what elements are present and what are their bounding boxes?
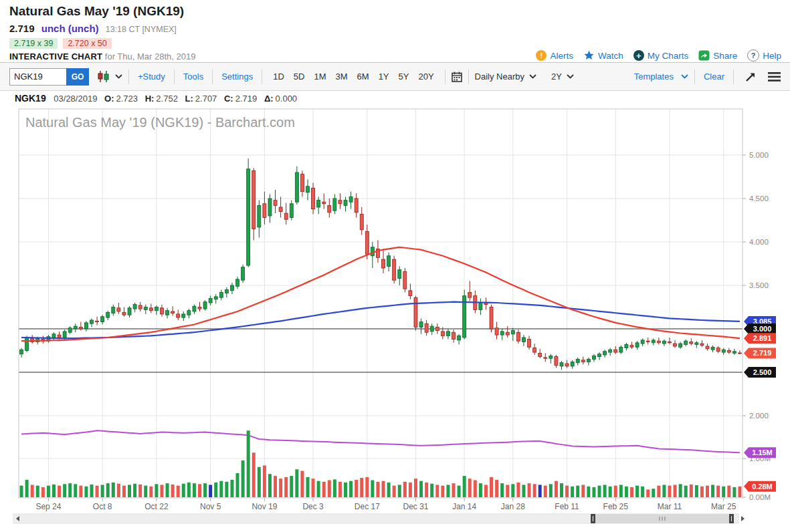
volume-bar (193, 483, 196, 497)
volume-bar (133, 484, 136, 497)
volume-bar (528, 483, 531, 497)
scroll-right-arrow-icon[interactable] (741, 516, 745, 521)
candle-body (511, 331, 514, 334)
candle-body (538, 353, 542, 356)
candle-body (171, 311, 175, 313)
candle-body (101, 317, 104, 322)
candle-body (74, 326, 77, 329)
candle-body (516, 332, 520, 341)
volume-bar (587, 487, 590, 497)
candle-body (635, 343, 639, 348)
volume-bar (209, 485, 212, 497)
candle-body (565, 364, 569, 366)
volume-bar (349, 481, 353, 497)
candle-body (430, 326, 433, 331)
volume-axis-label: 0.00M (749, 493, 771, 501)
candle-body (219, 292, 223, 297)
volume-bar (419, 481, 423, 497)
chart-plot-area[interactable] (19, 109, 743, 498)
candle-body (177, 314, 180, 317)
volume-bar (106, 483, 110, 497)
volume-bar (241, 460, 245, 497)
volume-bar (371, 480, 374, 497)
chart-watermark: Natural Gas May '19 (NGK19) - Barchart.c… (25, 115, 295, 130)
candle-body (609, 350, 612, 352)
candle-body (274, 201, 277, 206)
candle-body (198, 307, 201, 309)
volume-bar (328, 480, 331, 497)
candle-body (614, 350, 617, 352)
x-axis-label-Dec-31: Dec 31 (403, 502, 428, 511)
volume-bar (657, 486, 660, 497)
candle-body (533, 348, 536, 353)
candle-body (657, 341, 660, 343)
candle-body (306, 186, 309, 192)
volume-bar (219, 481, 223, 497)
volume-bar (674, 485, 677, 497)
volume-bar (581, 485, 585, 497)
volume-bar (506, 485, 509, 497)
volume-bar (160, 485, 163, 497)
x-axis-label-Dec-17: Dec 17 (355, 502, 380, 511)
volume-bar (360, 478, 363, 497)
candle-body (630, 346, 633, 348)
volume-bar (414, 479, 417, 497)
price-badge-2.719-text: 2.719 (753, 349, 772, 357)
volume-bar (112, 483, 115, 497)
volume-bar (317, 481, 320, 497)
candle-body (209, 299, 212, 303)
volume-bar (646, 489, 650, 497)
volume-bar (198, 484, 201, 497)
x-axis-label-Nov-5: Nov 5 (200, 502, 221, 511)
x-axis-label-Jan-28: Jan 28 (501, 502, 525, 511)
interactive-chart[interactable]: Natural Gas May '19 (NGK19) - Barchart.c… (0, 0, 790, 532)
volume-bar (79, 486, 82, 497)
candle-body (160, 308, 163, 314)
candle-body (322, 202, 326, 204)
candle-body (112, 307, 115, 313)
candle-body (144, 307, 147, 310)
candle-body (68, 328, 72, 333)
candle-body (355, 198, 358, 213)
volume-bar (403, 482, 407, 497)
volume-bar (177, 486, 180, 497)
volume-bar (338, 482, 342, 497)
volume-bar (263, 465, 266, 497)
volume-badge-1.15M-text: 1.15M (752, 448, 773, 456)
candle-body (317, 201, 320, 207)
volume-bar (619, 485, 623, 497)
candle-body (312, 188, 315, 209)
candle-body (581, 360, 585, 362)
candle-body (679, 344, 682, 347)
volume-bar (625, 487, 628, 497)
volume-bar (36, 486, 39, 497)
volume-bar (652, 489, 655, 497)
candle-body (598, 354, 601, 357)
candle-body (295, 172, 298, 202)
volume-bar (592, 487, 595, 497)
volume-bar (214, 483, 217, 497)
candle-body (20, 350, 23, 354)
candle-body (225, 290, 228, 293)
candle-body (549, 356, 553, 358)
volume-bar (101, 485, 104, 497)
candle-body (398, 270, 401, 279)
volume-badge-0.28M-text: 0.28M (752, 483, 773, 491)
candle-body (236, 279, 239, 286)
x-axis-label-Mar-25: Mar 25 (711, 502, 736, 511)
candle-body (268, 198, 272, 216)
price-axis-label: 2.000 (749, 412, 769, 420)
volume-bar (84, 487, 88, 497)
volume-bar (74, 484, 77, 497)
candle-body (349, 196, 353, 202)
volume-bar (463, 476, 466, 497)
volume-bar (128, 485, 131, 497)
volume-bar (25, 480, 29, 497)
x-axis-label-Sep-24: Sep 24 (35, 502, 61, 511)
price-badge-2.500-text: 2.500 (753, 368, 772, 376)
volume-bar (63, 484, 66, 497)
candle-body (690, 342, 693, 344)
volume-bar (274, 476, 277, 497)
candle-body (155, 307, 158, 311)
volume-bar (166, 483, 169, 497)
